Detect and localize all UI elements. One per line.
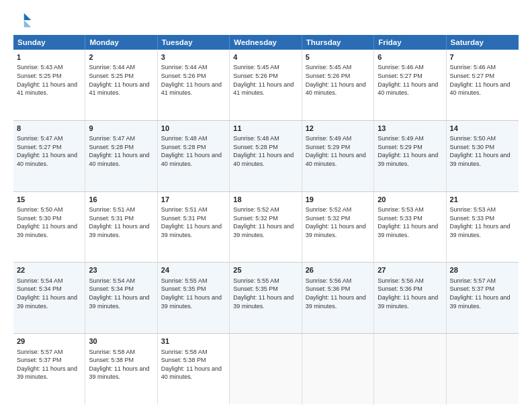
day-info: Sunset: 5:30 PM [17,214,81,223]
day-info: Daylight: 11 hours and 39 minutes. [378,151,442,168]
day-info: Sunset: 5:28 PM [89,143,153,152]
day-info: Sunset: 5:29 PM [306,143,370,152]
day-number: 8 [17,124,81,134]
day-info: Daylight: 11 hours and 39 minutes. [233,293,298,310]
day-info: Daylight: 11 hours and 39 minutes. [450,293,515,310]
day-info: Daylight: 11 hours and 41 minutes. [161,81,226,97]
day-info: Sunrise: 5:49 AM [306,134,370,143]
day-info: Daylight: 11 hours and 39 minutes. [306,222,370,239]
day-info: Sunset: 5:33 PM [450,214,515,223]
day-number: 13 [378,124,442,134]
day-number: 25 [233,265,298,275]
day-info: Daylight: 11 hours and 39 minutes. [17,365,81,381]
day-number: 22 [17,265,81,275]
cal-cell: 13Sunrise: 5:49 AMSunset: 5:29 PMDayligh… [374,121,446,191]
cal-cell: 14Sunrise: 5:50 AMSunset: 5:30 PMDayligh… [447,121,519,191]
week-row-5: 29Sunrise: 5:57 AMSunset: 5:37 PMDayligh… [13,334,519,404]
day-info: Sunset: 5:34 PM [89,285,153,293]
cal-cell: 16Sunrise: 5:51 AMSunset: 5:31 PMDayligh… [85,192,157,263]
day-info: Daylight: 11 hours and 39 minutes. [17,222,81,239]
cal-cell [302,334,374,404]
day-info: Sunrise: 5:45 AM [233,63,298,72]
day-number: 31 [161,336,226,347]
day-info: Daylight: 11 hours and 39 minutes. [89,365,153,381]
day-info: Sunset: 5:38 PM [161,356,226,365]
day-info: Sunset: 5:31 PM [89,214,153,223]
day-number: 23 [89,265,153,275]
cal-cell: 18Sunrise: 5:52 AMSunset: 5:32 PMDayligh… [230,192,302,263]
day-info: Sunset: 5:36 PM [306,285,370,293]
day-info: Sunrise: 5:49 AM [378,134,442,143]
dow-wednesday: Wednesday [230,35,302,50]
day-number: 9 [89,124,153,134]
day-number: 20 [378,195,442,205]
day-info: Daylight: 11 hours and 39 minutes. [233,222,298,239]
day-info: Daylight: 11 hours and 40 minutes. [450,81,515,97]
day-info: Sunrise: 5:50 AM [450,134,515,143]
day-number: 14 [450,124,515,134]
day-info: Daylight: 11 hours and 39 minutes. [161,222,226,239]
day-number: 26 [306,265,370,275]
day-info: Daylight: 11 hours and 39 minutes. [378,293,442,310]
day-info: Daylight: 11 hours and 39 minutes. [89,222,153,239]
day-info: Sunset: 5:26 PM [233,72,298,81]
day-number: 18 [233,195,298,205]
day-number: 19 [306,195,370,205]
cal-cell: 17Sunrise: 5:51 AMSunset: 5:31 PMDayligh… [158,192,230,263]
day-info: Sunrise: 5:48 AM [233,134,298,143]
day-number: 28 [450,265,515,275]
day-info: Sunrise: 5:44 AM [161,63,226,72]
day-info: Sunrise: 5:52 AM [233,205,298,214]
day-info: Sunset: 5:32 PM [233,214,298,223]
day-info: Sunset: 5:37 PM [450,285,515,293]
day-info: Daylight: 11 hours and 40 minutes. [306,81,370,97]
day-number: 15 [17,195,81,205]
calendar-body: 1Sunrise: 5:43 AMSunset: 5:25 PMDaylight… [13,50,519,404]
calendar-header: Sunday Monday Tuesday Wednesday Thursday… [13,35,519,50]
day-number: 21 [450,195,515,205]
day-info: Sunset: 5:28 PM [233,143,298,152]
cal-cell: 11Sunrise: 5:48 AMSunset: 5:28 PMDayligh… [230,121,302,191]
day-info: Sunrise: 5:55 AM [161,277,226,285]
cal-cell [374,334,446,404]
cal-cell: 7Sunrise: 5:46 AMSunset: 5:27 PMDaylight… [447,50,519,120]
cal-cell: 21Sunrise: 5:53 AMSunset: 5:33 PMDayligh… [447,192,519,263]
day-info: Sunrise: 5:45 AM [306,63,370,72]
cal-cell: 30Sunrise: 5:58 AMSunset: 5:38 PMDayligh… [85,334,157,404]
day-number: 27 [378,265,442,275]
week-row-3: 15Sunrise: 5:50 AMSunset: 5:30 PMDayligh… [13,192,519,263]
logo-icon [13,11,32,30]
week-row-4: 22Sunrise: 5:54 AMSunset: 5:34 PMDayligh… [13,263,519,334]
day-info: Daylight: 11 hours and 40 minutes. [161,151,226,168]
day-info: Sunrise: 5:57 AM [17,348,81,357]
day-number: 7 [450,52,515,62]
dow-saturday: Saturday [447,35,519,50]
day-info: Daylight: 11 hours and 41 minutes. [233,81,298,97]
day-info: Sunset: 5:35 PM [233,285,298,293]
cal-cell: 22Sunrise: 5:54 AMSunset: 5:34 PMDayligh… [13,263,85,333]
svg-marker-1 [24,20,32,28]
day-info: Sunrise: 5:53 AM [378,205,442,214]
cal-cell [230,334,302,404]
day-info: Sunset: 5:34 PM [17,285,81,293]
cal-cell: 23Sunrise: 5:54 AMSunset: 5:34 PMDayligh… [85,263,157,333]
cal-cell: 27Sunrise: 5:56 AMSunset: 5:36 PMDayligh… [374,263,446,333]
day-info: Sunrise: 5:51 AM [89,205,153,214]
cal-cell: 3Sunrise: 5:44 AMSunset: 5:26 PMDaylight… [158,50,230,120]
dow-friday: Friday [374,35,446,50]
day-info: Sunrise: 5:56 AM [306,277,370,285]
week-row-2: 8Sunrise: 5:47 AMSunset: 5:27 PMDaylight… [13,121,519,192]
cal-cell: 24Sunrise: 5:55 AMSunset: 5:35 PMDayligh… [158,263,230,333]
day-info: Sunset: 5:35 PM [161,285,226,293]
day-info: Sunset: 5:25 PM [89,72,153,81]
day-info: Sunrise: 5:48 AM [161,134,226,143]
day-info: Sunrise: 5:44 AM [89,63,153,72]
day-info: Sunrise: 5:50 AM [17,205,81,214]
cal-cell: 4Sunrise: 5:45 AMSunset: 5:26 PMDaylight… [230,50,302,120]
day-info: Daylight: 11 hours and 39 minutes. [450,222,515,239]
day-info: Daylight: 11 hours and 40 minutes. [17,151,81,168]
cal-cell: 5Sunrise: 5:45 AMSunset: 5:26 PMDaylight… [302,50,374,120]
cal-cell: 28Sunrise: 5:57 AMSunset: 5:37 PMDayligh… [447,263,519,333]
day-info: Sunrise: 5:43 AM [17,63,81,72]
cal-cell: 29Sunrise: 5:57 AMSunset: 5:37 PMDayligh… [13,334,85,404]
